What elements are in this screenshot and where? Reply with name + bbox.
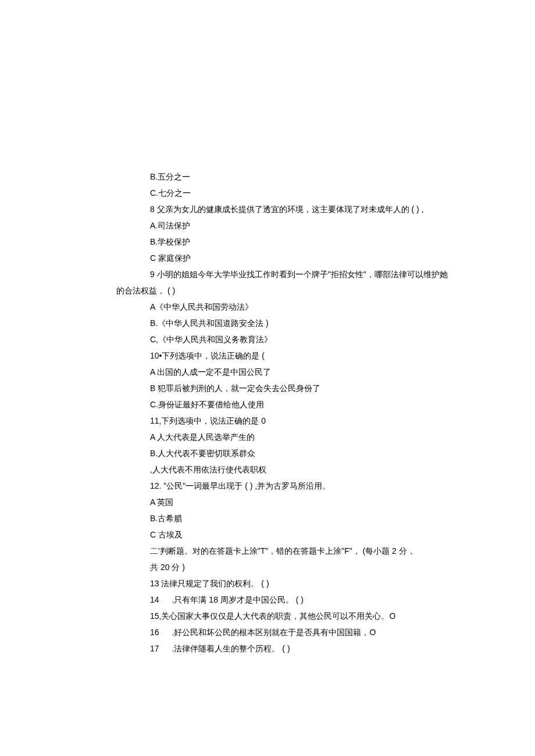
option-c: C.七分之一 [116,185,419,201]
option-a: A 英国 [116,494,419,510]
option-c: C 古埃及 [116,526,419,543]
option-c: C.身份证最好不要借给他人使用 [116,396,419,413]
question-number: 14 [150,595,159,604]
option-a: A 人大代表是人民选举产生的 [116,429,419,445]
question-10: 10•下列选项中，说法正确的是 ( [116,347,419,364]
option-b: B.人大代表不要密切联系群众 [116,445,419,461]
question-number: 16 [150,628,159,637]
option-c: C 家庭保护 [116,250,419,266]
option-b: B 犯罪后被判刑的人，就一定会失去公民身份了 [116,380,419,396]
option-a: A.司法保护 [116,217,419,234]
option-b: B.学校保护 [116,234,419,250]
question-number: 17 [150,644,159,653]
option-a: A《中华人民共和国劳动法》 [116,299,419,315]
document-content: B.五分之一 C.七分之一 8 父亲为女儿的健康成长提供了透宜的环境，这主要体现… [116,169,419,657]
section-2-header-part2: 共 20 分 ) [116,559,419,575]
question-text: .好公民和坏公民的根本区别就在于是否具有中国国籍，O [172,628,376,637]
question-11: 11,下列选项中，说法正确的是 0 [116,413,419,429]
option-c: ,人大代表不用依法行使代表职权 [116,461,419,478]
question-8: 8 父亲为女儿的健康成长提供了透宜的环境，这主要体现了对未成年人的 ( ) , [116,201,419,217]
option-a: A 出国的人成一定不是中国公民了 [116,364,419,380]
option-b: B.古希腊 [116,510,419,526]
option-c: C,《中华人民共和国义务教育法》 [116,331,419,347]
question-16: 16.好公民和坏公民的根本区别就在于是否具有中国国籍，O [116,624,419,640]
question-text: .法律伴随着人生的整个历程。 ( ) [172,644,290,653]
section-2-header-part1: 二'判断题。对的在答题卡上涂"T"，错的在答题卡上涂"F"， (每小题 2 分， [116,543,419,559]
question-13: 13 法律只规定了我们的权利。 ( ) [116,575,419,592]
question-14: 14.只有年满 18 周岁才是中国公民。 ( ) [116,592,419,608]
question-15: 15,关心国家大事仅仅是人大代表的职责，其他公民可以不用关心。O [116,608,419,624]
question-12: 12. "公民"一词最早出现于 ( ) ,并为古罗马所沿用。 [116,478,419,494]
option-b: B.五分之一 [116,169,419,185]
question-17: 17.法律伴随着人生的整个历程。 ( ) [116,640,419,657]
question-9-part1: 9 小明的姐姐今年大学毕业找工作时看到一个牌子"拒招女性"，哪部法律可以维护她 [116,266,419,282]
question-text: .只有年满 18 周岁才是中国公民。 ( ) [172,595,304,604]
option-b: B.《中华人民共和国道路安全法 ) [116,315,419,331]
document-page: B.五分之一 C.七分之一 8 父亲为女儿的健康成长提供了透宜的环境，这主要体现… [0,0,535,756]
question-9-part2: 的合法权益， ( ) [116,282,419,299]
